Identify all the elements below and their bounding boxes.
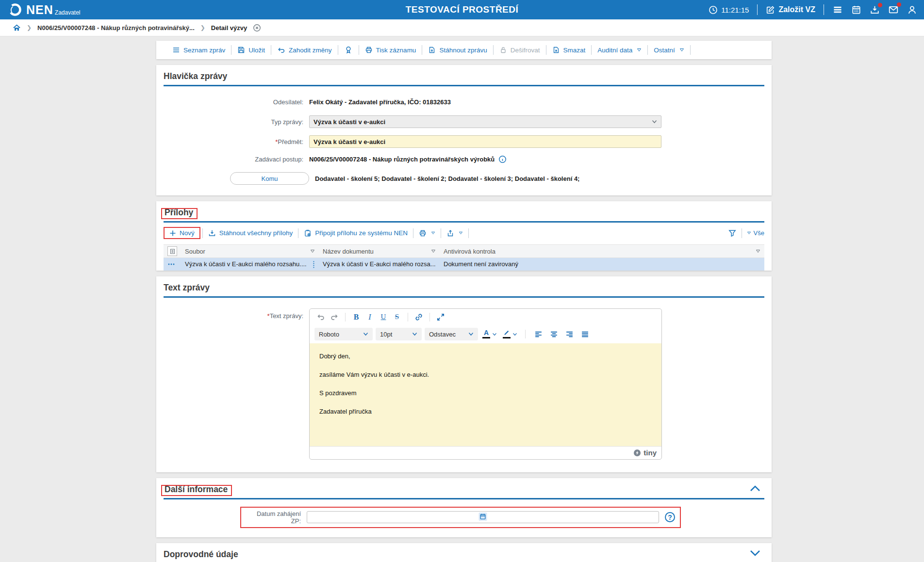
app-header: NEN Zadavatel TESTOVACÍ PROSTŘEDÍ 11:21:… [0,0,924,19]
print-attachments-menu[interactable] [413,229,441,237]
new-attachment-button[interactable]: Nový [167,229,197,237]
subject-label: *Předmět: [164,138,303,145]
font-family-select[interactable]: Roboto [314,328,373,340]
editor-paragraph: zasíláme Vám výzvu k účasti v e-aukci. [319,370,652,380]
nen-logo[interactable]: NEN Zadavatel [8,2,81,17]
subject-input[interactable] [309,135,661,148]
column-header-antivirus[interactable]: Antivirová kontrola [440,245,764,258]
message-text-label: *Text zprávy: [164,308,303,320]
editor-content-area[interactable]: Dobrý den, zasíláme Vám výzvu k účasti v… [310,343,661,446]
filter-all-selector[interactable]: Vše [747,229,764,237]
strikethrough-button[interactable]: S [391,311,403,323]
column-filter-caret-icon[interactable] [310,249,315,253]
select-chevron-icon [512,333,517,336]
editor-paragraph: Zadavatel příručka [319,407,652,417]
row-menu-dots-icon [167,263,177,266]
column-filter-caret-icon[interactable] [756,249,760,253]
download-message-button[interactable]: Stáhnout zprávu [422,46,493,54]
procedure-value: N006/25/V00007248 - Nákup různých potrav… [309,156,495,163]
align-right-button[interactable] [563,328,576,340]
font-size-select[interactable]: 10pt [376,328,422,340]
undo-button[interactable] [314,311,327,323]
date-picker-calendar-icon[interactable] [479,513,487,521]
collapse-section-icon[interactable] [750,485,760,492]
menu-button[interactable] [832,4,843,15]
attachment-file-name: Výzva k účasti v E-aukci malého rozsahu.… [185,260,313,268]
download-all-icon [208,229,216,237]
select-chevron-icon [468,332,474,336]
export-attachments-menu[interactable] [441,229,468,237]
create-tender-button[interactable]: Založit VZ [766,5,815,15]
column-filter-caret-icon[interactable] [431,249,436,253]
select-chevron-icon [363,332,368,336]
sender-value: Felix Okátý - Zadavatel příručka, IČO: 0… [309,98,451,106]
breadcrumb: ❯ N006/25/V00007248 - Nákup různých potr… [0,19,924,36]
breadcrumb-separator-icon: ❯ [200,24,205,31]
row-actions-cell[interactable] [164,258,181,271]
align-center-button[interactable] [547,328,560,340]
recipients-value: Dodavatel - školení 5; Dodavatel - škole… [315,175,579,182]
highlight-color-button[interactable] [501,330,519,338]
attachments-table: Soubor Název dokumentu Antivirová kontro… [164,244,764,271]
tinymce-brand[interactable]: tiny [644,449,657,457]
delete-icon [552,46,560,54]
column-resize-handle-icon[interactable] [313,260,315,268]
attachment-document-name: Výzva k účasti v E-aukci malého rozsa... [319,258,440,271]
list-icon [172,46,180,54]
downloads-button[interactable] [870,5,880,15]
hamburger-icon [832,4,843,15]
highlighter-icon [503,330,511,336]
text-color-button[interactable]: A [481,330,498,338]
column-header-document-name[interactable]: Název dokumentu [319,245,440,258]
nen-logo-icon [8,2,22,17]
close-tab-icon[interactable] [253,24,261,32]
column-header-file[interactable]: Soubor [181,245,319,258]
editor-paragraph: S pozdravem [319,388,652,398]
breadcrumb-procedure[interactable]: N006/25/V00007248 - Nákup různých potrav… [37,24,195,32]
filter-funnel-icon[interactable] [728,229,737,238]
record-toolbar-card: Seznam zpráv Uložit Zahodit změny Tisk z… [156,41,772,59]
message-type-select[interactable]: Výzva k účasti v e-aukci [309,115,661,128]
column-chooser-header[interactable] [164,245,181,258]
calendar-button[interactable] [851,5,861,15]
italic-button[interactable]: I [363,311,376,323]
printer-icon [419,229,427,237]
attach-from-nen-button[interactable]: Připojit přílohu ze systému NEN [298,229,413,237]
plus-icon [169,230,176,237]
redo-button[interactable] [328,311,341,323]
account-button[interactable] [907,5,917,15]
select-chevron-icon [652,120,657,124]
other-menu[interactable]: Ostatní [648,47,690,54]
download-all-attachments-button[interactable]: Stáhnout všechny přílohy [203,229,298,237]
recipients-button[interactable]: Komu [230,172,309,185]
brand-name: NEN [26,4,53,16]
dropdown-caret-icon [747,231,751,235]
procedure-label: Zadávací postup: [164,156,303,163]
save-button[interactable]: Uložit [231,46,271,54]
home-icon[interactable] [13,24,21,32]
align-left-button[interactable] [532,328,544,340]
attachment-row[interactable]: Výzva k účasti v E-aukci malého rozsahu.… [164,258,764,271]
breadcrumb-separator-icon: ❯ [27,24,32,31]
help-icon[interactable]: ? [665,512,675,522]
bold-button[interactable]: B [350,311,363,323]
align-justify-button[interactable] [578,328,591,340]
underline-button[interactable]: U [377,311,390,323]
section-title-message-header: Hlavička zprávy [164,71,227,81]
section-title-message-text: Text zprávy [164,283,210,293]
expand-section-icon[interactable] [750,550,760,557]
block-format-select[interactable]: Odstavec [425,328,478,340]
fullscreen-button[interactable] [434,311,447,323]
info-icon[interactable] [498,155,507,163]
audit-data-menu[interactable]: Auditní data [592,47,647,54]
print-record-button[interactable]: Tisk záznamu [359,46,422,54]
messages-button[interactable] [888,4,899,15]
link-button[interactable] [412,311,425,323]
message-text-section: Text zprávy *Text zprávy: B I U S [156,276,772,472]
discard-changes-button[interactable]: Zahodit změny [271,46,338,54]
delete-button[interactable]: Smazat [546,46,592,54]
share-icon [446,229,454,237]
message-list-button[interactable]: Seznam zpráv [166,46,231,54]
decrypt-button: Dešifrovat [494,46,546,54]
signature-seal-button[interactable] [338,46,359,54]
